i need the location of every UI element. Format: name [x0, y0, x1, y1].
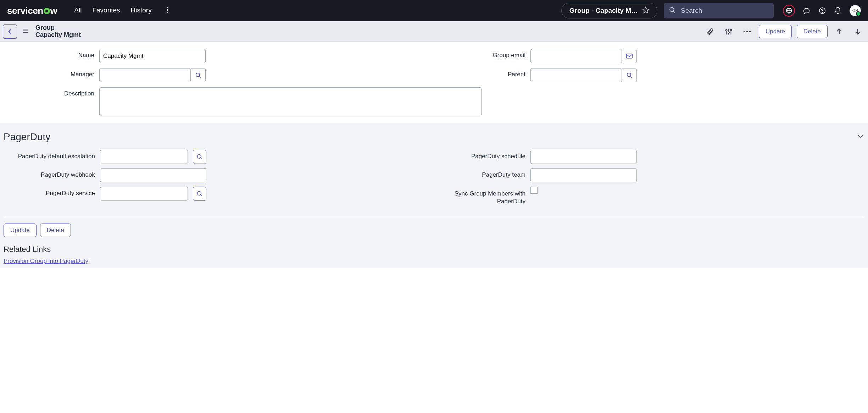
logo-o-icon — [44, 8, 50, 14]
pagerduty-section: PagerDuty PagerDuty default escalation P… — [0, 123, 868, 268]
svg-point-26 — [627, 73, 631, 77]
label-name: Name — [7, 49, 99, 59]
pd-service-lookup-button[interactable] — [193, 187, 206, 201]
delete-button[interactable]: Delete — [797, 25, 828, 38]
bell-icon[interactable] — [834, 7, 842, 15]
label-parent: Parent — [438, 68, 530, 78]
svg-rect-25 — [627, 54, 633, 58]
label-pd-webhook: PagerDuty webhook — [4, 168, 100, 178]
parent-input[interactable] — [530, 68, 622, 82]
label-pd-escalation: PagerDuty default escalation — [4, 150, 100, 160]
svg-line-31 — [201, 195, 202, 196]
pagerduty-left-column: PagerDuty default escalation PagerDuty w… — [4, 150, 434, 209]
avatar-initials: CS — [852, 8, 858, 13]
favorite-star-icon[interactable] — [642, 6, 649, 15]
primary-nav: All Favorites History — [74, 6, 168, 15]
svg-point-4 — [670, 7, 674, 12]
user-avatar[interactable]: CS — [850, 5, 861, 16]
record-title-name: Capacity Mgmt — [35, 32, 81, 39]
record-title-type: Group — [35, 24, 81, 32]
label-manager: Manager — [7, 68, 99, 78]
pd-schedule-input[interactable] — [530, 150, 637, 164]
banner-utility-icons: CS — [783, 5, 861, 17]
chat-icon[interactable] — [803, 7, 811, 15]
context-pill: Group - Capacity M… — [561, 3, 657, 18]
svg-point-28 — [197, 155, 201, 159]
personalize-icon[interactable] — [722, 25, 735, 38]
svg-point-23 — [196, 73, 200, 77]
svg-line-5 — [673, 11, 675, 12]
global-search-input[interactable] — [681, 7, 769, 15]
pd-sync-checkbox[interactable] — [530, 187, 538, 194]
svg-point-8 — [822, 12, 822, 12]
global-search[interactable] — [664, 3, 774, 18]
pagerduty-right-column: PagerDuty schedule PagerDuty team Sync G… — [434, 150, 864, 209]
label-pd-schedule: PagerDuty schedule — [435, 150, 530, 160]
pd-service-input[interactable] — [100, 187, 188, 201]
svg-line-27 — [630, 76, 632, 78]
description-textarea[interactable] — [99, 87, 482, 116]
nav-history[interactable]: History — [131, 6, 152, 15]
svg-point-17 — [730, 29, 731, 31]
form-bottom-actions: Update Delete — [4, 224, 864, 237]
provision-pagerduty-link[interactable]: Provision Group into PagerDuty — [4, 258, 88, 264]
bottom-update-button[interactable]: Update — [4, 224, 37, 237]
context-pill-title: Group - Capacity M… — [569, 7, 638, 15]
section-divider — [4, 217, 864, 217]
section-collapse-icon[interactable] — [857, 134, 864, 140]
label-pd-team: PagerDuty team — [435, 168, 530, 178]
svg-point-1 — [167, 9, 168, 11]
label-group-email: Group email — [438, 49, 530, 59]
name-input[interactable] — [99, 49, 206, 63]
pagerduty-section-title: PagerDuty — [4, 131, 50, 143]
label-description: Description — [7, 87, 99, 118]
manager-lookup-button[interactable] — [191, 68, 206, 82]
nav-more-icon[interactable] — [167, 6, 168, 15]
svg-point-19 — [746, 31, 748, 32]
logo-text-left: servicen — [7, 5, 43, 16]
pd-escalation-lookup-button[interactable] — [193, 150, 206, 164]
svg-point-30 — [197, 192, 201, 196]
svg-line-24 — [199, 76, 201, 78]
form-header-bar: Group Capacity Mgmt Update Delete — [0, 21, 868, 42]
next-record-icon[interactable] — [851, 25, 864, 38]
pd-webhook-input[interactable] — [100, 168, 206, 182]
pd-escalation-input[interactable] — [100, 150, 188, 164]
search-icon — [669, 6, 676, 15]
form-menu-icon[interactable] — [22, 28, 29, 35]
svg-point-13 — [726, 29, 727, 31]
globe-icon[interactable] — [783, 5, 795, 17]
label-pd-sync: Sync Group Members with PagerDuty — [435, 187, 530, 205]
nav-all[interactable]: All — [74, 6, 82, 15]
logo-text-right: w — [50, 5, 57, 16]
svg-point-18 — [744, 31, 745, 32]
servicenow-logo: servicenw — [7, 5, 57, 16]
label-pd-service: PagerDuty service — [4, 187, 100, 197]
svg-line-29 — [201, 158, 202, 159]
related-links-heading: Related Links — [4, 245, 864, 254]
form-body: Name Manager Group email — [0, 42, 868, 118]
group-email-input[interactable] — [530, 49, 622, 63]
svg-marker-3 — [643, 7, 649, 13]
update-button[interactable]: Update — [759, 25, 792, 38]
bottom-delete-button[interactable]: Delete — [40, 224, 71, 237]
help-icon[interactable] — [818, 7, 826, 15]
nav-favorites[interactable]: Favorites — [92, 6, 120, 15]
group-email-compose-button[interactable] — [622, 49, 637, 63]
pd-team-input[interactable] — [530, 168, 637, 182]
more-actions-icon[interactable] — [740, 25, 754, 38]
svg-point-2 — [167, 12, 168, 13]
svg-point-15 — [728, 32, 729, 33]
svg-point-0 — [167, 7, 168, 8]
form-right-column: Group email Parent — [434, 49, 865, 87]
top-banner: servicenw All Favorites History Group - … — [0, 0, 868, 21]
manager-input[interactable] — [99, 68, 191, 82]
previous-record-icon[interactable] — [833, 25, 846, 38]
svg-point-20 — [749, 31, 751, 32]
parent-lookup-button[interactable] — [622, 68, 637, 82]
attachments-icon[interactable] — [703, 25, 717, 38]
back-button[interactable] — [3, 24, 17, 39]
record-title: Group Capacity Mgmt — [35, 24, 81, 39]
form-left-column: Name Manager — [3, 49, 434, 87]
